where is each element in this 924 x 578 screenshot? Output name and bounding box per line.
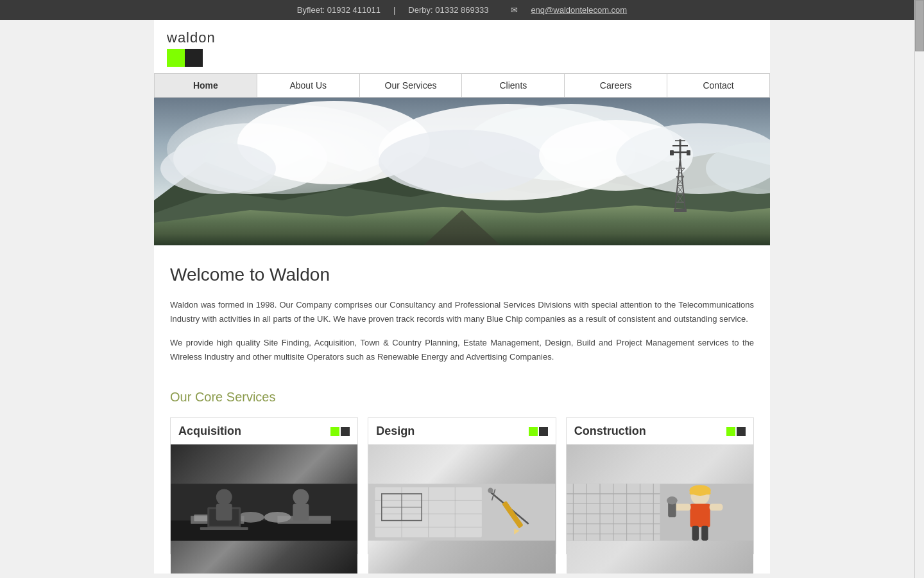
logo-black-square xyxy=(185,49,203,67)
header: waldon xyxy=(154,20,770,73)
nav-contact[interactable]: Contact xyxy=(667,74,770,97)
design-squares xyxy=(529,427,548,436)
email-icon: ✉ xyxy=(511,5,518,15)
construction-card-header: Construction xyxy=(567,418,753,444)
svg-rect-34 xyxy=(670,150,674,155)
main-container: waldon Home About Us Our Services Client… xyxy=(154,20,770,574)
nav-about[interactable]: About Us xyxy=(257,74,360,97)
design-image xyxy=(368,444,555,574)
svg-point-8 xyxy=(160,143,276,194)
svg-point-42 xyxy=(237,512,264,523)
svg-rect-50 xyxy=(293,504,309,521)
construction-card: Construction xyxy=(566,417,754,554)
svg-rect-35 xyxy=(687,150,690,155)
nav-home[interactable]: Home xyxy=(154,74,257,97)
card-black-square xyxy=(737,427,746,436)
service-cards: Acquisition xyxy=(170,417,754,554)
logo-green-square xyxy=(167,49,185,67)
card-green-square xyxy=(529,427,538,436)
svg-point-11 xyxy=(379,130,545,194)
svg-rect-89 xyxy=(692,526,698,541)
email-address[interactable]: enq@waldontelecom.com xyxy=(531,5,627,15)
content-area: Welcome to Waldon Waldon was formed in 1… xyxy=(154,245,770,574)
acquisition-title: Acquisition xyxy=(178,425,241,438)
construction-image xyxy=(567,444,753,574)
svg-rect-84 xyxy=(690,504,710,527)
logo-text: waldon xyxy=(167,30,216,46)
acquisition-card: Acquisition xyxy=(170,417,358,554)
nav-careers[interactable]: Careers xyxy=(565,74,667,97)
svg-rect-90 xyxy=(701,526,708,541)
svg-rect-48 xyxy=(216,504,232,521)
design-title: Design xyxy=(376,425,415,438)
card-green-square xyxy=(726,427,735,436)
nav-clients[interactable]: Clients xyxy=(462,74,565,97)
core-services-title: Our Core Services xyxy=(170,390,754,405)
svg-rect-46 xyxy=(200,527,248,530)
construction-squares xyxy=(726,427,746,436)
svg-rect-83 xyxy=(689,492,710,495)
card-black-square xyxy=(341,427,350,436)
scrollbar-thumb[interactable] xyxy=(915,0,924,51)
svg-point-47 xyxy=(216,489,232,505)
hero-image xyxy=(154,98,770,245)
acquisition-image xyxy=(171,444,357,574)
svg-point-88 xyxy=(667,496,678,504)
design-card: Design xyxy=(368,417,556,554)
nav-services[interactable]: Our Services xyxy=(360,74,463,97)
welcome-paragraph-2: We provide high quality Site Finding, Ac… xyxy=(170,336,754,364)
card-black-square xyxy=(539,427,548,436)
card-green-square xyxy=(330,427,339,436)
acquisition-card-header: Acquisition xyxy=(171,418,357,444)
svg-point-43 xyxy=(264,512,291,523)
acquisition-squares xyxy=(330,427,350,436)
svg-point-49 xyxy=(293,489,309,505)
byfleet-contact: Byfleet: 01932 411011 xyxy=(297,5,381,15)
construction-title: Construction xyxy=(574,425,646,438)
design-card-header: Design xyxy=(368,418,555,444)
welcome-paragraph-1: Waldon was formed in 1998. Our Company c… xyxy=(170,298,754,326)
derby-contact: Derby: 01332 869333 xyxy=(408,5,488,15)
logo[interactable]: waldon xyxy=(167,30,216,67)
logo-squares xyxy=(167,49,203,67)
nav: Home About Us Our Services Clients Caree… xyxy=(154,73,770,98)
top-bar: Byfleet: 01932 411011 | Derby: 01332 869… xyxy=(0,0,924,20)
separator: | xyxy=(393,5,395,15)
welcome-title: Welcome to Waldon xyxy=(170,265,754,285)
scrollbar[interactable] xyxy=(914,0,924,574)
svg-point-64 xyxy=(488,488,493,493)
svg-rect-36 xyxy=(674,209,687,212)
svg-rect-86 xyxy=(709,504,723,511)
